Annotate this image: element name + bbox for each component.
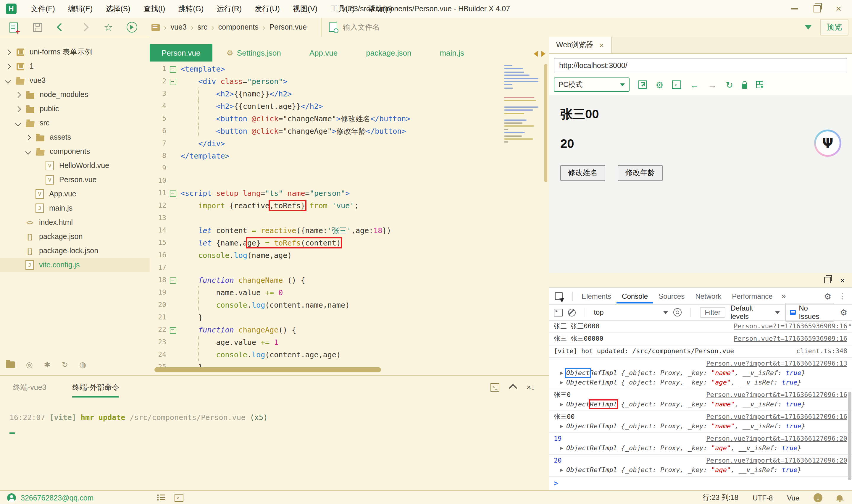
devtools-settings-icon[interactable]: ⚙ [824,291,831,301]
editor-horizontal-scrollbar[interactable] [155,367,381,372]
browser-refresh-icon[interactable]: ↻ [726,80,733,89]
tab-scroll-left-icon[interactable] [534,51,538,57]
update-icon[interactable]: ↓ [814,493,822,502]
console-settings-icon[interactable]: ⚙ [840,308,847,317]
url-input[interactable]: http://localhost:3000/ [554,58,847,73]
device-mode-select[interactable]: PC模式 [554,77,630,92]
navigate-back-icon[interactable] [57,23,65,31]
browse-icon[interactable]: ◍ [79,360,86,369]
minimap[interactable] [504,65,541,145]
tree-item-Person.vue[interactable]: VPerson.vue [0,173,150,187]
lock-icon[interactable] [742,84,747,88]
tab-scroll-right-icon[interactable] [541,51,545,57]
more-tabs-icon[interactable]: » [778,292,789,301]
chevron-right-icon[interactable] [25,134,31,140]
tree-item-components[interactable]: components [0,144,150,159]
expand-triangle-icon[interactable] [560,447,563,450]
devtools-tab-Console[interactable]: Console [617,289,653,303]
live-expression-icon[interactable] [674,308,682,317]
cursor-position[interactable]: 行:23 列:18 [703,493,738,503]
console-source-link[interactable]: Person.vue?import&t=1716366127096:16 [706,412,847,422]
inspect-element-icon[interactable] [555,292,563,300]
menu-跳转(G)[interactable]: 跳转(G) [172,2,210,16]
new-file-icon[interactable] [10,22,18,32]
console-source-link[interactable]: Person.vue?import&t=1716366127096:13 [706,359,847,368]
code-area[interactable]: 1<template>2 <div class="person">3 <h2>{… [150,61,549,375]
open-external-icon[interactable] [638,80,647,89]
expand-triangle-icon[interactable] [560,425,563,428]
editor-tab-main.js[interactable]: main.js [425,44,478,61]
dock-side-icon[interactable] [824,277,831,283]
encoding[interactable]: UTF-8 [753,494,773,502]
account-email[interactable]: 3266762823@qq.com [21,494,93,502]
tree-item-src[interactable]: src [0,116,150,130]
change-age-button[interactable]: 修改年龄 [618,165,663,181]
menu-发行(U)[interactable]: 发行(U) [249,2,286,16]
run-icon[interactable] [127,22,137,33]
chevron-right-icon[interactable] [5,49,11,55]
tree-item-index.html[interactable]: <>index.html [0,215,150,230]
web-browser-tab[interactable]: Web浏览器 × [549,37,612,53]
tree-item-package-lock.json[interactable]: [ ]package-lock.json [0,244,150,258]
menu-编辑(E)[interactable]: 编辑(E) [62,2,98,16]
console-prompt[interactable]: > [549,477,852,490]
fold-marker-icon[interactable] [170,79,176,85]
devtools-tab-Network[interactable]: Network [690,289,727,303]
tree-item-assets[interactable]: assets [0,130,150,144]
debug-icon[interactable]: ✱ [44,360,51,369]
outline-icon[interactable] [157,494,165,501]
devtools-tab-Sources[interactable]: Sources [653,289,690,303]
tree-item-HelloWorld.vue[interactable]: VHelloWorld.vue [0,159,150,173]
collapse-panel-icon[interactable] [509,384,517,392]
statusbar-terminal-icon[interactable]: >_ [175,494,183,502]
explorer-tab-icon[interactable] [6,361,15,368]
context-select[interactable]: top [594,308,668,317]
scroll-up-icon[interactable]: ▲ [849,322,851,327]
filter-icon[interactable] [805,25,812,30]
navigate-forward-icon[interactable] [80,23,89,31]
tree-item-public[interactable]: public [0,102,150,116]
uni-app-float-button[interactable]: Ψ [814,129,841,157]
favorite-icon[interactable]: ☆ [103,22,114,33]
chevron-right-icon[interactable] [5,63,11,69]
clear-console-icon[interactable] [568,308,576,316]
console-output[interactable]: 张三 张三0000Person.vue?t=1716365936909:16张三… [549,321,852,491]
breadcrumb-Person.vue[interactable]: Person.vue [270,23,307,31]
devtools-tab-Performance[interactable]: Performance [727,289,778,303]
devtools-menu-icon[interactable]: ⋮ [838,292,846,301]
browser-forward-icon[interactable]: → [708,80,717,89]
browser-console-icon[interactable]: >_ [672,80,681,89]
browser-back-icon[interactable]: ← [690,80,699,89]
new-terminal-icon[interactable]: >_ [490,383,500,391]
log-levels-select[interactable]: Default levels [730,304,780,321]
restore-icon[interactable] [813,5,820,13]
tree-item-vite.config.js[interactable]: Jvite.config.js [0,258,150,272]
breadcrumb-components[interactable]: components [218,23,258,31]
preview-button[interactable]: 预览 [820,19,849,36]
console-scrollbar[interactable] [848,392,851,480]
menu-帮助(Y)[interactable]: 帮助(Y) [362,2,398,16]
marks-icon[interactable]: ◎ [26,360,33,369]
chevron-right-icon[interactable] [15,92,21,97]
notifications-icon[interactable] [837,495,842,500]
close-panel-icon[interactable]: ×↓ [527,383,535,392]
console-source-link[interactable]: Person.vue?t=1716365936909:16 [734,322,847,331]
tree-item-package.json[interactable]: [ ]package.json [0,230,150,244]
console-source-link[interactable]: client.ts:348 [796,347,847,356]
close-icon[interactable]: × [836,5,841,13]
editor-tab-Person.vue[interactable]: Person.vue [150,44,213,61]
breadcrumb-vue3[interactable]: vue3 [171,23,187,31]
file-search[interactable]: 输入文件名 [321,18,814,37]
tree-item-App.vue[interactable]: VApp.vue [0,187,150,201]
expand-triangle-icon[interactable] [560,403,563,407]
expand-triangle-icon[interactable] [560,372,563,375]
save-icon[interactable] [33,23,42,32]
fold-marker-icon[interactable] [170,66,176,73]
expand-triangle-icon[interactable] [560,381,563,384]
chevron-down-icon[interactable] [15,120,21,126]
editor-tab-App.vue[interactable]: App.vue [295,44,352,61]
account-avatar[interactable] [7,493,16,502]
minimize-icon[interactable] [791,8,798,10]
menu-选择(S)[interactable]: 选择(S) [100,2,136,16]
change-name-button[interactable]: 修改姓名 [560,165,605,181]
